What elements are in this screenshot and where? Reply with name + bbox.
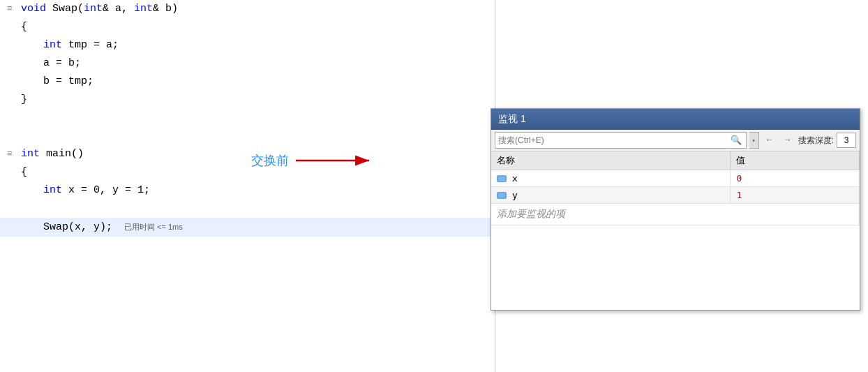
svg-rect-3	[498, 177, 505, 181]
code-line-1: ≡ void Swap(int& a, int& b)	[0, 0, 495, 18]
col-value-header: 值	[731, 151, 860, 170]
depth-label: 搜索深度:	[798, 135, 834, 147]
code-line-7	[0, 109, 495, 127]
code-line-3: int tmp = a;	[0, 36, 495, 54]
var-value-x: 0	[731, 170, 860, 187]
code-line-13: Swap(x, y); 已用时间 <= 1ms	[0, 218, 495, 237]
watch-window: 监视 1 🔍 ▾ ← → 搜索深度: 名称 值	[491, 108, 860, 311]
add-watch-row[interactable]: 添加要监视的项	[491, 204, 860, 225]
arrow-icon	[296, 150, 380, 171]
code-line-5: b = tmp;	[0, 73, 495, 91]
line-marker: ≡	[7, 145, 18, 163]
code-line-12	[0, 200, 495, 218]
watch-table: 名称 值 x 0	[491, 151, 860, 225]
search-icon[interactable]: 🔍	[729, 133, 743, 147]
watch-titlebar[interactable]: 监视 1	[491, 109, 860, 130]
nav-back-btn[interactable]: ←	[762, 133, 777, 148]
var-name-x: x	[512, 173, 518, 184]
search-container[interactable]: 🔍	[495, 132, 747, 149]
var-name-cell: y	[491, 187, 731, 204]
code-editor: ≡ void Swap(int& a, int& b) { int tmp = …	[0, 0, 495, 372]
timing-badge: 已用时间 <= 1ms	[124, 223, 183, 231]
col-name-header: 名称	[491, 151, 731, 170]
code-line-2: {	[0, 18, 495, 36]
watch-table-body: x 0 y 1	[491, 170, 860, 225]
table-row[interactable]: y 1	[491, 187, 860, 204]
annotation-area: 交换前	[251, 140, 502, 181]
code-content: void Swap(int& a, int& b)	[18, 0, 178, 18]
watch-title: 监视 1	[498, 113, 526, 124]
table-row[interactable]: x 0	[491, 170, 860, 187]
var-icon-y	[497, 191, 508, 200]
var-name-y: y	[512, 190, 518, 200]
add-watch-hint: 添加要监视的项	[491, 204, 860, 225]
search-dropdown-btn[interactable]: ▾	[749, 132, 759, 149]
nav-left-icon: ←	[767, 135, 772, 145]
watch-toolbar: 🔍 ▾ ← → 搜索深度:	[491, 130, 860, 151]
table-header-row: 名称 值	[491, 151, 860, 170]
line-marker: ≡	[7, 0, 18, 18]
code-line-4: a = b;	[0, 54, 495, 73]
svg-rect-5	[498, 193, 505, 198]
var-value-y: 1	[731, 187, 860, 204]
search-input[interactable]	[498, 135, 729, 145]
nav-right-icon: →	[785, 135, 790, 145]
code-line-11: int x = 0, y = 1;	[0, 181, 495, 200]
depth-input[interactable]	[837, 133, 856, 148]
var-icon-x	[497, 174, 508, 184]
var-name-cell: x	[491, 170, 731, 187]
code-line-6: }	[0, 91, 495, 109]
nav-forward-btn[interactable]: →	[780, 133, 795, 148]
annotation-text: 交换前	[251, 152, 289, 169]
